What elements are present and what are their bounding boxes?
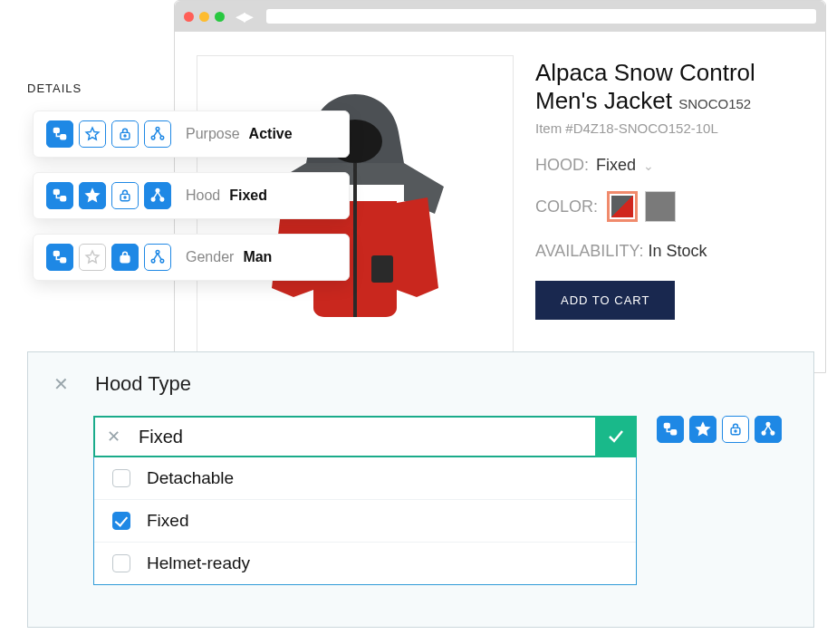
hood-label: HOOD:	[535, 156, 589, 175]
availability: AVAILABILITY: In Stock	[535, 242, 803, 261]
hood-attribute[interactable]: HOOD: Fixed ⌄	[535, 156, 803, 175]
detail-card-gender[interactable]: Gender Man	[33, 234, 350, 281]
detail-value: Fixed	[229, 187, 267, 204]
color-label: COLOR:	[535, 197, 598, 216]
detail-card-purpose[interactable]: Purpose Active	[33, 111, 350, 158]
star-icon[interactable]	[79, 244, 106, 271]
editor-title: Hood Type	[95, 372, 191, 396]
lock-icon[interactable]	[111, 120, 139, 148]
color-swatch-grey[interactable]	[645, 191, 676, 222]
share-icon[interactable]	[144, 182, 171, 209]
close-icon[interactable]: ✕	[52, 373, 70, 395]
detail-value: Man	[243, 249, 272, 265]
product-info: Alpaca Snow Control Men's Jacket SNOCO15…	[535, 55, 803, 354]
detail-label: Purpose	[186, 126, 240, 142]
share-icon[interactable]	[144, 244, 171, 271]
share-icon[interactable]	[755, 416, 782, 443]
product-title: Alpaca Snow Control Men's Jacket SNOCO15…	[535, 59, 803, 115]
browser-chrome: ◀▶	[175, 1, 825, 32]
detail-card-hood[interactable]: Hood Fixed	[33, 172, 350, 219]
color-swatches: COLOR:	[535, 191, 803, 222]
hood-type-combobox[interactable]: ✕ Fixed DetachableFixedHelmet-ready	[93, 416, 637, 585]
lock-icon[interactable]	[111, 182, 139, 209]
detail-value: Active	[249, 126, 293, 142]
star-icon[interactable]	[79, 182, 106, 209]
detail-label: Hood	[186, 187, 220, 204]
tree-icon[interactable]	[657, 416, 684, 443]
combobox-options: DetachableFixedHelmet-ready	[93, 457, 637, 585]
star-icon[interactable]	[689, 416, 716, 443]
lock-icon[interactable]	[111, 244, 139, 271]
address-bar[interactable]	[266, 9, 816, 24]
checkbox-icon[interactable]	[112, 512, 130, 530]
combobox-value[interactable]: Fixed	[131, 427, 595, 447]
option-label: Detachable	[147, 468, 234, 488]
option-label: Fixed	[147, 511, 188, 531]
maximize-window-icon[interactable]	[215, 12, 225, 22]
clear-input-icon[interactable]: ✕	[95, 427, 131, 447]
star-icon[interactable]	[79, 120, 106, 148]
product-item-number: Item #D4Z18-SNOCO152-10L	[535, 120, 803, 136]
tree-icon[interactable]	[46, 120, 73, 148]
checkbox-icon[interactable]	[112, 469, 130, 487]
close-window-icon[interactable]	[184, 12, 194, 22]
checkbox-icon[interactable]	[112, 554, 130, 572]
traffic-lights	[184, 12, 225, 22]
lock-icon[interactable]	[722, 416, 749, 443]
tree-icon[interactable]	[46, 182, 73, 209]
add-to-cart-button[interactable]: ADD TO CART	[535, 281, 675, 320]
chevron-down-icon: ⌄	[643, 159, 654, 173]
option-helmet-ready[interactable]: Helmet-ready	[94, 542, 636, 584]
attribute-editor-panel: ✕ Hood Type ✕ Fixed DetachableFixedHelme…	[27, 351, 814, 628]
svg-rect-8	[353, 163, 357, 317]
option-detachable[interactable]: Detachable	[94, 457, 636, 499]
product-sku: SNOCO152	[678, 96, 751, 111]
detail-label: Gender	[186, 249, 234, 265]
confirm-button[interactable]	[595, 416, 637, 457]
tree-icon[interactable]	[46, 244, 73, 271]
minimize-window-icon[interactable]	[199, 12, 209, 22]
nav-back-forward-icon[interactable]: ◀▶	[236, 9, 252, 24]
color-swatch-red-grey[interactable]	[607, 191, 638, 222]
svg-rect-9	[371, 255, 393, 283]
hood-value: Fixed	[596, 156, 636, 175]
details-heading: DETAILS	[27, 82, 82, 95]
share-icon[interactable]	[144, 120, 171, 148]
option-fixed[interactable]: Fixed	[94, 499, 636, 542]
option-label: Helmet-ready	[147, 553, 250, 573]
